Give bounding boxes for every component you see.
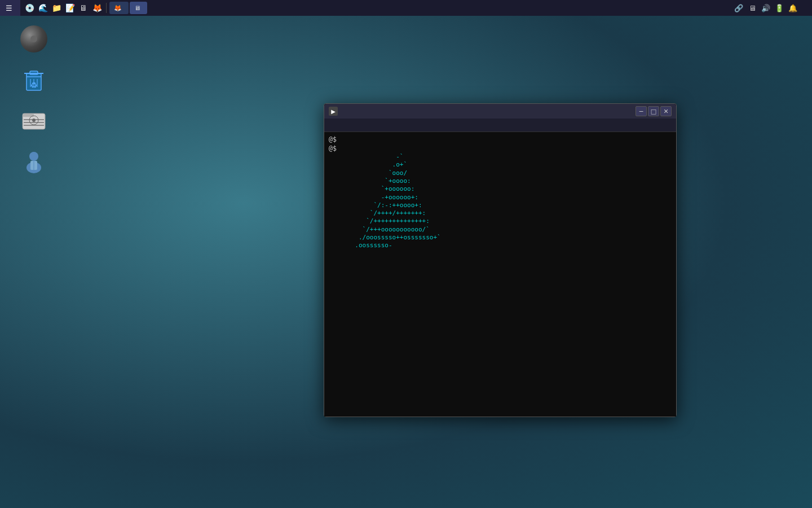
neofetch-output: -` .o+` `ooo/ `+oooo: `+oooooo: -+oooooo… [329,153,672,250]
desktop-icon-filesystem[interactable] [11,104,56,139]
menu-view[interactable] [351,124,356,126]
maximize-button[interactable]: □ [648,106,659,116]
neofetch-ascii-art: -` .o+` `ooo/ `+oooo: `+oooooo: -+oooooo… [329,153,509,250]
menu-edit[interactable] [340,124,345,126]
terminal-body[interactable]: @$ @$ -` .o+` `ooo/ `+oooo: `+oooooo: -+… [324,132,676,417]
filesystem-icon [20,107,47,134]
desktop-icon-trash[interactable]: ♻ [11,63,56,98]
menu-terminal[interactable] [363,124,367,126]
taskbar-separator [106,3,107,13]
svg-point-15 [29,152,38,161]
svg-point-14 [32,119,36,122]
home-icon [20,147,47,174]
svg-rect-11 [24,122,44,123]
minimize-button[interactable]: ─ [636,106,647,116]
taskbar-menu-button[interactable]: ☰ [0,0,20,16]
taskbar: ☰ 💿 🌊 📁 📝 🖥 🦊 🦊 🖥 🔗 🖥 🔊 🔋 🔔 [0,0,812,16]
taskbar-browser-icon[interactable]: 🌊 [37,2,49,14]
menu-tabs[interactable] [374,124,378,126]
taskbar-window-preferences[interactable]: 🦊 [109,2,129,14]
battery-icon[interactable]: 🔋 [775,3,784,12]
audio-icon[interactable]: 🔊 [761,3,770,12]
menu-icon: ☰ [6,4,12,12]
display-icon[interactable]: 🖥 [748,3,757,12]
taskbar-firefox-icon[interactable]: 🦊 [91,2,103,14]
menu-file[interactable] [329,124,333,126]
terminal-window-icon: 🖥 [134,5,140,12]
notification-icon[interactable]: 🔔 [788,3,797,12]
svg-text:♻: ♻ [30,81,38,90]
terminal-prompt-1: @$ [329,135,672,144]
terminal-prompt-2: @$ [329,144,672,154]
taskbar-files-icon[interactable]: 📁 [50,2,63,14]
desktop-icon-area: ♻ [11,23,56,179]
desktop: ☰ 💿 🌊 📁 📝 🖥 🦊 🦊 🖥 🔗 🖥 🔊 🔋 🔔 [0,0,812,508]
terminal-titlebar[interactable]: ▶ ─ □ ✕ [324,104,676,119]
terminal-window: ▶ ─ □ ✕ @$ [324,103,677,417]
close-button[interactable]: ✕ [660,106,672,116]
taskbar-window-terminal[interactable]: 🖥 [130,2,147,14]
taskbar-xfce-icon[interactable]: 🖥 [77,2,90,14]
desktop-icon-vmware[interactable] [11,23,56,58]
vmware-tools-icon [20,25,47,52]
trash-icon: ♻ [20,66,47,93]
taskbar-vmware-icon[interactable]: 💿 [23,2,36,14]
taskbar-right-area: 🔗 🖥 🔊 🔋 🔔 [729,3,812,12]
terminal-menubar [324,119,676,132]
menu-help[interactable] [385,124,390,126]
taskbar-text-icon[interactable]: 📝 [64,2,76,14]
terminal-controls: ─ □ ✕ [636,106,672,116]
preferences-window-icon: 🦊 [114,5,122,12]
network-icon[interactable]: 🔗 [734,3,743,12]
desktop-icon-home[interactable] [11,144,56,179]
terminal-icon: ▶ [329,107,338,116]
taskbar-app-area: 💿 🌊 📁 📝 🖥 🦊 🦊 🖥 [20,2,729,14]
